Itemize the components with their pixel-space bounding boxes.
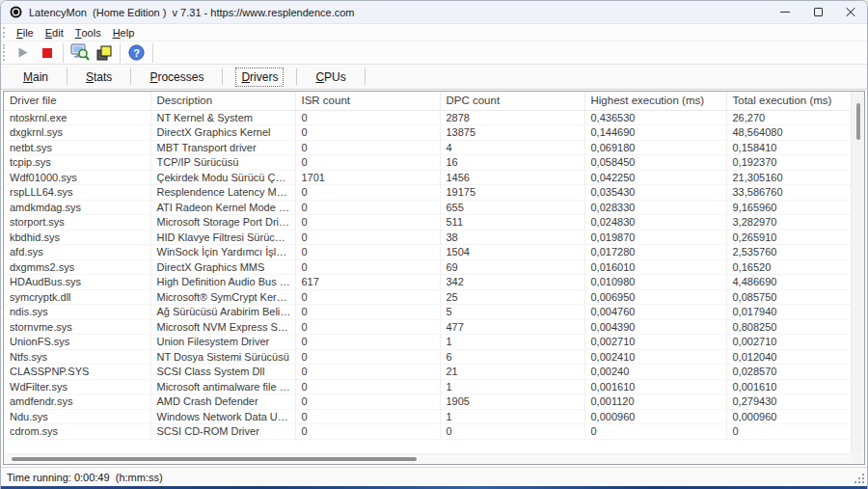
column-header-total-execution-ms[interactable]: Total execution (ms) xyxy=(726,92,851,110)
table-row-storport-sys[interactable]: storport.sysMicrosoft Storage Port Drive… xyxy=(4,215,851,231)
table-cell: 69 xyxy=(440,259,584,275)
table-row-dxgmms2-sys[interactable]: dxgmms2.sysDirectX Graphics MMS0690,0160… xyxy=(4,259,851,275)
table-cell: UnionFS.sys xyxy=(4,335,150,350)
table-row-stornvme-sys[interactable]: stornvme.sysMicrosoft NVM Express Storp.… xyxy=(4,319,851,335)
table-cell: 0 xyxy=(295,125,440,141)
table-cell: 0,017940 xyxy=(726,305,851,320)
tab-label: Drivers xyxy=(235,68,284,87)
table-row-unionfs-sys[interactable]: UnionFS.sysUnion Filesystem Driver010,00… xyxy=(4,335,851,350)
monitor-magnifier-icon xyxy=(70,43,90,62)
table-cell: 0,436530 xyxy=(584,110,726,125)
table-cell: TCP/IP Sürücüsü xyxy=(150,155,295,171)
analyze-report-button[interactable] xyxy=(68,42,91,64)
start-monitor-button[interactable] xyxy=(12,42,34,64)
horizontal-scrollbar[interactable] xyxy=(4,453,851,464)
table-cell: 0,265910 xyxy=(726,230,851,245)
maximize-icon xyxy=(814,8,823,16)
column-header-dpc-count[interactable]: DPC count xyxy=(440,92,584,110)
table-cell: 0,158410 xyxy=(726,140,851,155)
table-row-kbdhid-sys[interactable]: kbdhid.sysHID Klavye Filtresi Sürücüsü03… xyxy=(4,230,851,245)
table-row-ntoskrnl-exe[interactable]: ntoskrnl.exeNT Kernel & System028780,436… xyxy=(4,110,851,125)
menu-item-help[interactable]: Help xyxy=(107,24,141,41)
tab-cpus[interactable]: CPUs xyxy=(297,65,364,89)
toolbar-gripper[interactable] xyxy=(3,44,8,60)
table-cell: 655 xyxy=(440,200,584,215)
menu-item-tools[interactable]: Tools xyxy=(69,24,107,41)
table-cell: 0,085750 xyxy=(726,289,851,305)
table-cell: 0,000960 xyxy=(726,409,851,424)
table-row-symcryptk-dll[interactable]: symcryptk.dllMicrosoft® SymCrypt Kernel … xyxy=(4,289,851,305)
table-row-dxgkrnl-sys[interactable]: dxgkrnl.sysDirectX Graphics Kernel013875… xyxy=(4,125,851,141)
table-cell: Microsoft® SymCrypt Kernel ... xyxy=(150,289,295,305)
table-cell: 0,192370 xyxy=(726,155,851,171)
table-row-wdfilter-sys[interactable]: WdFilter.sysMicrosoft antimalware file s… xyxy=(4,379,851,394)
table-row-afd-sys[interactable]: afd.sysWinSock İçin Yardımcı İşlev Sü...… xyxy=(4,245,851,260)
table-cell: 1 xyxy=(440,335,584,350)
horizontal-scrollbar-thumb[interactable] xyxy=(12,457,417,461)
table-cell: Windows Network Data Usag... xyxy=(150,409,295,424)
table-cell: 0 xyxy=(295,305,440,320)
table-cell: 0 xyxy=(584,424,726,440)
vertical-scrollbar[interactable] xyxy=(851,92,864,453)
tab-label: CPUs xyxy=(310,68,351,87)
table-cell: 0,019870 xyxy=(584,230,726,245)
table-cell: 48,564080 xyxy=(726,125,851,141)
table-row-classpnp-sys[interactable]: CLASSPNP.SYSSCSI Class System Dll0210,00… xyxy=(4,365,851,380)
table-cell: 25 xyxy=(440,289,584,305)
menu-items: FileEditToolsHelp xyxy=(11,24,140,41)
table-cell: 0,000960 xyxy=(584,409,726,424)
table-row-amdkmdag-sys[interactable]: amdkmdag.sysATI Radeon Kernel Mode Drive… xyxy=(4,200,851,215)
table-cell: 21 xyxy=(440,365,584,380)
title-bar[interactable]: LatencyMon (Home Edition ) v 7.31 - http… xyxy=(1,1,867,23)
table-cell: 0,144690 xyxy=(584,125,726,141)
table-cell: 0 xyxy=(295,349,440,365)
table-cell: SCSI CD-ROM Driver xyxy=(150,424,295,440)
tab-stats[interactable]: Stats xyxy=(68,65,130,89)
table-cell: 0 xyxy=(295,424,440,440)
tab-label: Processes xyxy=(144,68,209,87)
table-cell: 0,058450 xyxy=(584,155,726,171)
table-row-ndu-sys[interactable]: Ndu.sysWindows Network Data Usag...010,0… xyxy=(4,409,851,424)
close-icon xyxy=(846,8,855,17)
minimize-icon xyxy=(780,12,790,13)
tab-drivers[interactable]: Drivers xyxy=(223,65,296,89)
table-row-hdaudbus-sys[interactable]: HDAudBus.sysHigh Definition Audio Bus Dr… xyxy=(4,275,851,290)
help-button[interactable]: ? xyxy=(125,42,148,64)
table-cell: 26,270 xyxy=(726,110,851,125)
table-row-amdfendr-sys[interactable]: amdfendr.sysAMD Crash Defender019050,001… xyxy=(4,394,851,410)
copy-report-button[interactable] xyxy=(93,42,115,64)
svg-text:?: ? xyxy=(133,47,140,59)
menu-item-edit[interactable]: Edit xyxy=(40,24,69,41)
menubar-gripper[interactable] xyxy=(3,27,8,39)
table-row-netbt-sys[interactable]: netbt.sysMBT Transport driver040,0691800… xyxy=(4,140,851,155)
table-cell: tcpip.sys xyxy=(4,155,150,171)
table-row-ntfs-sys[interactable]: Ntfs.sysNT Dosya Sistemi Sürücüsü060,002… xyxy=(4,349,851,365)
table-row-wdf01000-sys[interactable]: Wdf01000.sysÇekirdek Modu Sürücü Çatısı … xyxy=(4,170,851,185)
menu-item-file[interactable]: File xyxy=(11,24,40,41)
table-cell: 0,035430 xyxy=(584,185,726,201)
table-cell: dxgkrnl.sys xyxy=(4,125,150,141)
table-cell: 19175 xyxy=(440,185,584,201)
column-header-driver-file[interactable]: Driver file xyxy=(4,92,150,110)
minimize-button[interactable] xyxy=(769,1,801,23)
table-cell: Microsoft NVM Express Storp... xyxy=(150,319,295,335)
table-cell: 0 xyxy=(295,289,440,305)
table-cell: 1504 xyxy=(440,245,584,260)
maximize-button[interactable] xyxy=(801,1,834,23)
table-row-ndis-sys[interactable]: ndis.sysAğ Sürücüsü Arabirim Belirtim...… xyxy=(4,305,851,320)
close-button[interactable] xyxy=(834,1,867,23)
table-cell: NT Kernel & System xyxy=(150,110,295,125)
tab-main[interactable]: Main xyxy=(5,65,67,89)
column-header-description[interactable]: Description xyxy=(150,92,295,110)
tab-processes[interactable]: Processes xyxy=(131,65,222,89)
table-row-cdrom-sys[interactable]: cdrom.sysSCSI CD-ROM Driver0000 xyxy=(4,424,851,440)
drivers-table: Driver fileDescriptionISR countDPC count… xyxy=(3,91,865,465)
stop-monitor-button[interactable] xyxy=(36,42,58,64)
vertical-scrollbar-thumb[interactable] xyxy=(856,103,860,140)
resize-grip[interactable] xyxy=(854,473,865,484)
table-row-tcpip-sys[interactable]: tcpip.sysTCP/IP Sürücüsü0160,0584500,192… xyxy=(4,155,851,171)
column-header-isr-count[interactable]: ISR count xyxy=(295,92,440,110)
table-row-rsplll64-sys[interactable]: rspLLL64.sysResplendence Latency Monit..… xyxy=(4,185,851,201)
table-cell: rspLLL64.sys xyxy=(4,185,150,201)
column-header-highest-execution-ms[interactable]: Highest execution (ms) xyxy=(584,92,726,110)
